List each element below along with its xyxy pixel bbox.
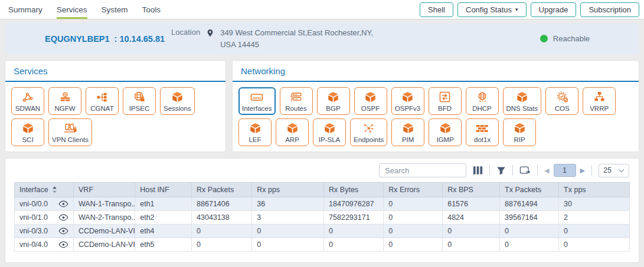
tile-label: Interfaces [242,105,272,112]
tile-label: BFD [438,105,452,112]
tile-label: CGNAT [90,105,113,112]
page-size-select[interactable]: 25 [599,164,629,177]
eye-icon[interactable] [58,214,68,221]
tile-sessions[interactable]: Sessions [160,87,195,115]
tile-label: VPN Clients [52,136,89,143]
cell: 61576 [443,197,500,211]
tile-routes[interactable]: Routes [280,87,313,115]
tile-label: NGFW [54,105,75,112]
tile-dhcp[interactable]: DHCP [466,87,499,115]
location-label: Location [171,27,200,37]
tile-interfaces[interactable]: Interfaces [238,87,276,115]
cell: 7582293171 [324,211,384,225]
tile-arp[interactable]: ARP [276,118,309,146]
tab-tools[interactable]: Tools [142,0,161,19]
cell-interface: vni-0/4.0 [15,238,74,252]
tile-label: dot1x [474,136,491,143]
tab-summary[interactable]: Summary [8,0,43,19]
cube-icon [22,121,34,135]
device-name: EQUGNYLBEP1 [45,34,110,44]
cell: 0 [324,238,384,252]
upgrade-button[interactable]: Upgrade [531,2,577,17]
node-hierarchy-icon [593,90,606,104]
globe-lock-icon [133,90,146,104]
tile-label: IP-SLA [319,136,340,143]
config-status-button[interactable]: Config Status▾ [457,2,527,17]
reachability-status: Reachable [540,34,590,43]
table-row: vni-0/1.0WAN-2-Transpo...eth243043138375… [15,211,630,225]
filter-icon[interactable] [496,166,506,175]
col-header-interface[interactable]: Interface [15,183,74,197]
panel-title-services: Services [5,61,225,82]
export-icon[interactable] [519,166,531,176]
col-header-label: VRF [79,186,93,194]
tile-bgp[interactable]: BGP [317,87,350,115]
brick-wall-icon [475,121,489,135]
toolbar-divider [537,165,538,176]
cell: 30 [559,197,630,211]
eye-icon[interactable] [58,228,68,235]
tile-sci[interactable]: SCI [11,118,44,146]
location-block: Location 349 West Commercial St,East Roc… [171,27,373,50]
tile-ospfv3[interactable]: OSPFv3 [391,87,424,115]
table-row: vni-0/3.0CCDemo-LAN-VReth40000000 [15,225,630,238]
cube-icon [402,121,414,135]
tile-ospf[interactable]: OSPF [354,87,387,115]
col-header-rx-pps: Rx pps [252,183,324,197]
tile-bfd[interactable]: BFD [429,87,462,115]
device-info-bar: EQUGNYLBEP1: 10.14.65.81 Location 349 We… [5,23,639,54]
tile-row: SDWANNGFWCGNATIPSECSessions [11,87,221,115]
table-row: vni-0/0.0WAN-1-Transpo...eth188671406361… [15,197,630,211]
table-row: vni-0/4.0CCDemo-LAN-VReth50000000 [15,238,630,252]
tile-vpn-clients[interactable]: VPN Clients [48,118,92,146]
tile-label: DHCP [472,105,492,112]
interface-name: vni-0/0.0 [19,200,48,208]
device-ip: : 10.14.65.81 [115,34,165,44]
tile-ipsec[interactable]: IPSEC [123,87,156,115]
cell: eth1 [135,197,192,211]
tile-pim[interactable]: PIM [391,118,424,146]
next-page-icon[interactable]: ▶ [580,167,585,174]
tile-endpoints[interactable]: Endpoints [350,118,387,146]
panel-body: SDWANNGFWCGNATIPSECSessionsSCIVPN Client… [5,82,225,151]
columns-icon[interactable] [473,166,483,175]
tile-dns-stats[interactable]: DNS Stats [503,87,542,115]
shell-button[interactable]: Shell [420,2,453,17]
tile-igmp[interactable]: IGMP [429,118,462,146]
firewall-icon [59,90,71,104]
cube-icon [516,90,528,104]
tile-label: IGMP [436,136,453,143]
tab-system[interactable]: System [102,0,128,19]
tile-ip-sla[interactable]: IP-SLA [313,118,346,146]
tile-label: OSPFv3 [395,105,420,112]
tile-sdwan[interactable]: SDWAN [11,87,44,115]
cell: 36 [252,197,324,211]
tile-dot1x[interactable]: dot1x [466,118,499,146]
tile-row: InterfacesRoutesBGPOSPFOSPFv3BFDDHCPDNS … [238,87,634,115]
cell: 0 [192,238,252,252]
cell: 0 [443,238,500,252]
subscription-button[interactable]: Subscription [580,2,639,17]
tile-cgnat[interactable]: CGNAT [86,87,119,115]
interface-name: vni-0/3.0 [19,227,48,235]
cube-icon [323,121,336,135]
tile-label: Endpoints [354,136,384,143]
cell: 2 [559,211,630,225]
col-header-label: Rx Errors [388,186,420,194]
grid-wrap: InterfaceVRFHost INFRx PacketsRx ppsRx B… [5,179,639,252]
tile-vrrp[interactable]: VRRP [583,87,616,115]
col-header-label: Host INF [140,186,169,194]
tile-rip[interactable]: RIP [503,118,536,146]
cell: CCDemo-LAN-VR [74,238,135,252]
tile-lef[interactable]: LEF [238,118,272,146]
tile-cos[interactable]: COS [545,87,578,115]
search-input[interactable] [379,163,466,177]
tab-services[interactable]: Services [57,0,87,19]
toolbar-divider [512,165,513,176]
eye-icon[interactable] [58,241,68,248]
eye-icon[interactable] [58,200,68,207]
cube-icon [514,121,526,135]
tile-ngfw[interactable]: NGFW [48,87,81,115]
prev-page-icon[interactable]: ◀ [544,167,549,174]
cube-icon [401,90,414,104]
